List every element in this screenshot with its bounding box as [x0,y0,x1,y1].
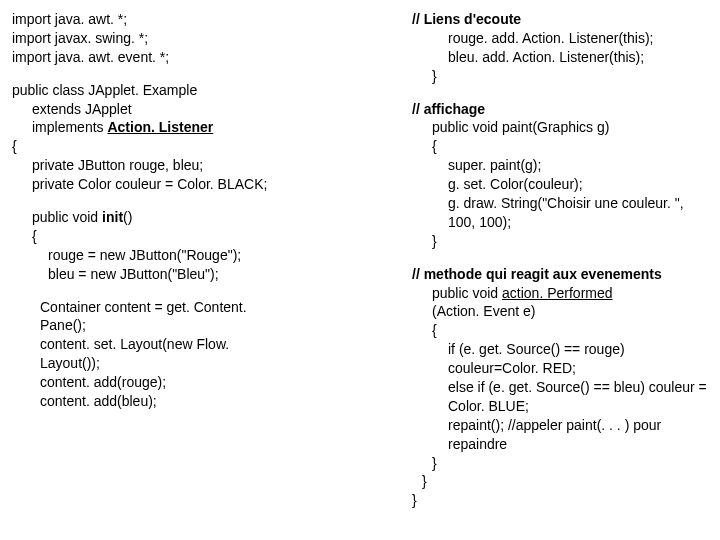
brace: } [412,472,708,491]
method-block: // methode qui reagit aux evenements pub… [412,265,708,511]
listeners-block: // Liens d'ecoute rouge. add. Action. Li… [412,10,708,86]
method-params: (Action. Event e) [412,302,708,321]
code-line: public void paint(Graphics g) [412,118,708,137]
import-line: import java. awt. event. *; [12,48,412,67]
listeners-comment: // Liens d'ecoute [412,10,708,29]
code-line: Container content = get. Content. Pane()… [40,298,280,336]
code-line: rouge. add. Action. Listener(this); [412,29,708,48]
code-line: g. draw. String("Choisir une couleur. ",… [412,194,708,232]
right-column: // Liens d'ecoute rouge. add. Action. Li… [412,10,708,524]
open-brace: { [12,137,412,156]
code-line: content. add(rouge); [40,373,280,392]
brace: } [412,232,708,251]
extends-line: extends JApplet [12,100,412,119]
method-comment: // methode qui reagit aux evenements [412,265,708,284]
affichage-comment: // affichage [412,100,708,119]
code-line: content. add(bleu); [40,392,280,411]
implements-kw: implements [32,119,107,135]
code-line: else if (e. get. Source() == bleu) coule… [412,378,708,416]
code-line: rouge = new JButton("Rouge"); [12,246,412,265]
class-line: public class JApplet. Example [12,81,412,100]
code-line: bleu. add. Action. Listener(this); [412,48,708,67]
brace: } [412,454,708,473]
brace: { [412,321,708,340]
imports-block: import java. awt. *; import javax. swing… [12,10,412,67]
brace: { [412,137,708,156]
implements-line: implements Action. Listener [12,118,412,137]
action-listener: Action. Listener [107,119,213,135]
method-signature: public void action. Performed [412,284,708,303]
brace: { [12,227,412,246]
init-parens: () [123,209,132,225]
init-signature: public void init() [12,208,412,227]
init-block: public void init() { rouge = new JButton… [12,208,412,284]
code-line: super. paint(g); [412,156,708,175]
code-line: g. set. Color(couleur); [412,175,708,194]
left-column: import java. awt. *; import javax. swing… [12,10,412,524]
code-line: repaint(); //appeler paint(. . . ) pour … [412,416,708,454]
affichage-block: // affichage public void paint(Graphics … [412,100,708,251]
init-name: init [102,209,123,225]
code-line: bleu = new JButton("Bleu"); [12,265,412,284]
field-line: private Color couleur = Color. BLACK; [12,175,412,194]
container-block: Container content = get. Content. Pane()… [12,298,280,411]
init-prefix: public void [32,209,102,225]
class-decl-block: public class JApplet. Example extends JA… [12,81,412,194]
brace: } [412,67,708,86]
import-line: import javax. swing. *; [12,29,412,48]
code-line: content. set. Layout(new Flow. Layout())… [40,335,280,373]
code-line: if (e. get. Source() == rouge) couleur=C… [412,340,708,378]
import-line: import java. awt. *; [12,10,412,29]
action-performed: action. Performed [502,285,613,301]
method-prefix: public void [432,285,502,301]
brace: } [412,491,708,510]
field-line: private JButton rouge, bleu; [12,156,412,175]
